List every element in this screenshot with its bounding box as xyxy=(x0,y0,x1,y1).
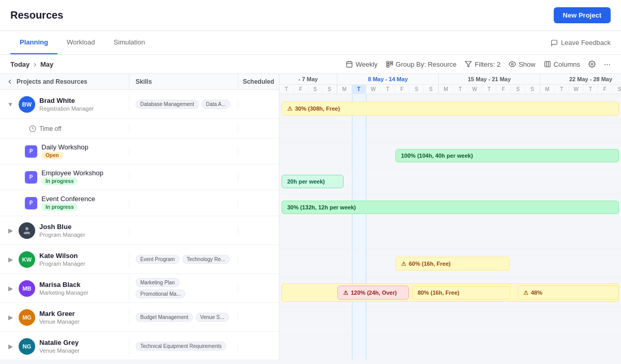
gantt-bar-text: 60% (16h, Free) xyxy=(409,261,451,267)
week-label: - 7 May xyxy=(279,74,337,85)
gantt-row xyxy=(279,336,621,359)
svg-rect-5 xyxy=(387,64,389,65)
scheduled-cell-empty xyxy=(238,284,279,293)
warn-icon: ⚠ xyxy=(401,260,406,267)
settings-button[interactable] xyxy=(588,60,596,68)
person-info: Mark Greer Venue Manager xyxy=(39,310,80,325)
day-cell: S xyxy=(322,85,337,94)
skill-tag: Venue S... xyxy=(196,313,229,322)
week-label: 15 May - 21 May xyxy=(439,74,540,85)
group-by-button[interactable]: Group By: Resource xyxy=(386,60,457,68)
person-name: Brad White xyxy=(39,97,94,105)
day-cell: W xyxy=(468,85,482,94)
day-cell: F xyxy=(294,85,308,94)
day-cell: T xyxy=(279,85,294,94)
day-cell: S xyxy=(511,85,525,94)
tab-planning[interactable]: Planning xyxy=(10,31,57,54)
expand-button[interactable]: ▶ xyxy=(6,284,14,293)
table-row: ▶ KW Kate Wilson Program Manager Event P… xyxy=(0,245,279,274)
nav-tabs: Planning Workload Simulation Leave Feedb… xyxy=(0,31,621,55)
group-by-label: Group By: Resource xyxy=(396,60,457,68)
skill-tag: Budget Management xyxy=(136,313,193,322)
weekly-button[interactable]: Weekly xyxy=(346,60,377,68)
day-cell: F xyxy=(598,85,612,94)
person-role: Registration Manager xyxy=(39,105,94,112)
svg-rect-6 xyxy=(387,66,389,67)
project-name: Employee Workshop xyxy=(41,169,103,177)
app-header: Resources New Project xyxy=(0,0,621,31)
svg-point-14 xyxy=(591,63,593,65)
main-grid: Projects and Resources Skills Scheduled … xyxy=(0,74,621,359)
gantt-bar-text: 20h per week) xyxy=(287,178,325,185)
columns-label: Columns xyxy=(554,60,580,68)
col-scheduled-header: Scheduled xyxy=(238,74,279,89)
week-group: 15 May - 21 May M T W T F S S xyxy=(439,74,540,94)
week-label: 22 May - 28 May xyxy=(540,74,621,85)
expand-button[interactable]: ▶ xyxy=(6,342,14,351)
skill-tag: Promotional Ma... xyxy=(136,290,185,298)
skill-tag: Data A... xyxy=(201,100,230,109)
scheduled-cell-empty xyxy=(238,226,279,235)
gantt-bar-text: 80% (16h, Free) xyxy=(418,290,460,296)
prev-arrow[interactable]: › xyxy=(34,60,36,68)
svg-rect-7 xyxy=(390,62,393,63)
table-row: P Event Conference In progress xyxy=(0,190,279,216)
skills-cell: Event Program Technology Re... xyxy=(129,251,238,268)
today-button[interactable]: Today xyxy=(10,60,29,68)
show-button[interactable]: Show xyxy=(509,60,536,68)
table-row: Time off xyxy=(0,119,279,139)
person-role: Program Manager xyxy=(39,261,85,267)
day-cell: S xyxy=(612,85,621,94)
day-cell: M xyxy=(540,85,555,94)
scheduled-cell xyxy=(238,100,279,109)
day-cell: S xyxy=(308,85,323,94)
project-name: Daily Workshop xyxy=(41,143,88,151)
tab-workload[interactable]: Workload xyxy=(57,31,105,54)
gantt-body: ⚠ 30% (308h, Free) 100% (104h, 40h per w… xyxy=(279,94,621,359)
expand-button[interactable]: ▼ xyxy=(6,100,14,109)
project-icon: P xyxy=(25,145,37,158)
resource-cell-kate-wilson: ▶ KW Kate Wilson Program Manager xyxy=(0,246,129,273)
leave-feedback-button[interactable]: Leave Feedback xyxy=(551,39,611,47)
status-badge: Open xyxy=(41,151,63,159)
person-name: Marisa Black xyxy=(39,281,88,290)
weekly-label: Weekly xyxy=(356,60,377,68)
day-cell: S xyxy=(525,85,540,94)
person-name: Josh Blue xyxy=(39,223,85,232)
project-info: Event Conference In progress xyxy=(41,195,95,211)
days-row: M T W T F S S xyxy=(439,85,540,94)
days-row: T F S S xyxy=(279,85,337,94)
scheduled-cell-empty xyxy=(238,173,279,181)
gantt-bar-text: 48% xyxy=(531,290,542,296)
gantt-row: ⚠ 60% (16h, Free) xyxy=(279,249,621,278)
skill-tag: Database Management xyxy=(136,100,199,109)
expand-button[interactable]: ▶ xyxy=(6,255,14,264)
scheduled-cell-empty xyxy=(238,199,279,207)
gantt-bar-text: 120% (24h, Over) xyxy=(351,290,397,296)
tab-simulation[interactable]: Simulation xyxy=(105,31,155,54)
day-cell: M xyxy=(337,85,352,94)
day-cell: W xyxy=(366,85,381,94)
gantt-bar-employee-workshop: 20h per week) xyxy=(282,175,344,188)
group-icon xyxy=(386,60,393,68)
filters-label: Filters: 2 xyxy=(475,60,500,68)
avatar: NG xyxy=(19,338,35,355)
feedback-icon xyxy=(551,39,558,47)
toolbar: Today › May Weekly Group By: Resource Fi… xyxy=(0,55,621,74)
expand-button[interactable]: ▶ xyxy=(6,226,14,235)
more-button[interactable]: ⋯ xyxy=(604,60,611,68)
expand-button[interactable]: ▶ xyxy=(6,313,14,322)
settings-icon xyxy=(588,60,596,68)
left-panel-header: Projects and Resources Skills Scheduled xyxy=(0,74,279,90)
new-project-button[interactable]: New Project xyxy=(554,7,611,23)
person-role: Venue Manager xyxy=(39,347,80,354)
collapse-icon[interactable] xyxy=(6,78,13,85)
person-icon xyxy=(22,226,32,235)
gantt-row: 30% (132h, 12h per week) xyxy=(279,194,621,220)
filters-button[interactable]: Filters: 2 xyxy=(465,60,500,68)
warn-icon: ⚠ xyxy=(287,105,292,112)
person-role: Venue Manager xyxy=(39,318,80,325)
week-group: - 7 May T F S S xyxy=(279,74,337,94)
svg-rect-4 xyxy=(387,62,389,63)
columns-button[interactable]: Columns xyxy=(544,60,580,68)
